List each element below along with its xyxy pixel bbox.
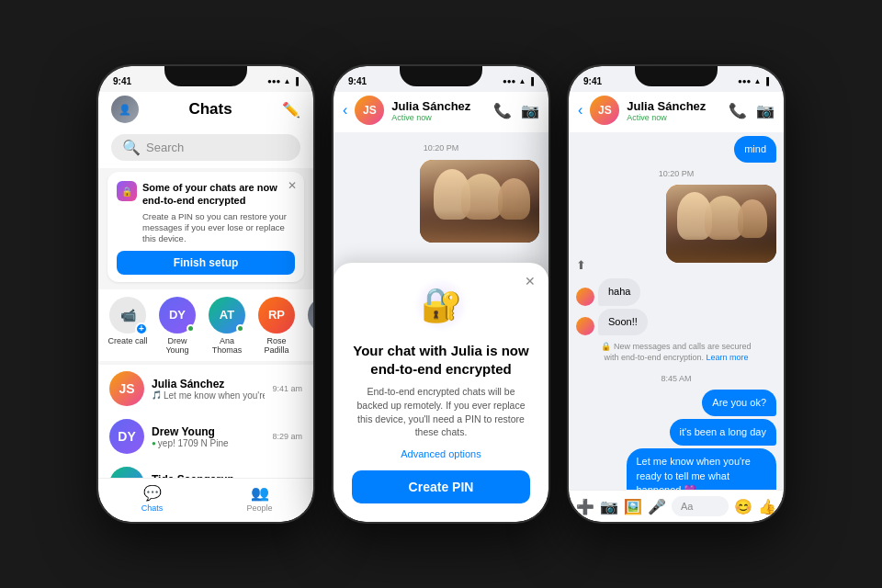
people-tab-label: People [246,503,272,513]
mic-input-icon[interactable]: 🎤 [648,498,666,515]
security-notice: 🔒 New messages and calls are secured wit… [576,338,776,367]
online-indicator [187,324,195,333]
rose-story-name: Rose Padilla [256,336,297,356]
banner-title: Some of your chats are now end-to-end en… [142,181,295,208]
story-create[interactable]: 📹 + Create call [107,297,148,356]
stories-row: 📹 + Create call DY Drew Young AT Ana Tho… [98,289,313,362]
signal-icon-3: ●●● [738,77,752,85]
story-rose[interactable]: RP Rose Padilla [256,297,297,356]
learn-more-link[interactable]: Learn more [707,353,749,362]
back-button-3[interactable]: ‹ [578,102,582,119]
banner-close-icon[interactable]: ✕ [288,179,297,192]
photo-msg-3 [666,185,776,263]
compose-icon[interactable]: ✏️ [282,101,300,119]
signal-icon-2: ●●● [503,77,516,85]
tab-chats[interactable]: 💬 Chats [98,484,206,513]
drew-avatar: DY [109,419,144,454]
msg-soon-row: Soon!! [576,309,776,335]
wifi-icon-2: ▲ [518,77,526,85]
story-drew[interactable]: DY Drew Young [157,297,198,356]
chats-tab-icon: 💬 [143,484,162,502]
julia-preview: 🎵 Let me know when you're... [152,390,265,401]
e2e-lock-icon: 🔐 [413,277,469,333]
search-bar: 🔍 Search [98,130,313,168]
chats-title: Chats [139,100,282,119]
phone-call-icon-2[interactable]: 📞 [493,102,512,119]
chat-item-drew[interactable]: DY Drew Young ● yep! 1709 N Pine 8:29 am [98,413,313,460]
video-call-icon-2[interactable]: 📷 [521,102,539,119]
phone-call-icon-3[interactable]: 📞 [729,102,747,119]
dialog-close-icon[interactable]: ✕ [525,274,536,288]
battery-icon-2: ▐ [528,77,534,85]
wifi-icon-3: ▲ [753,77,761,85]
julia-avatar-tiny-2 [576,317,594,335]
julia-avatar: JS [109,371,144,406]
search-icon: 🔍 [122,139,141,156]
julia-convo-avatar-2: JS [355,96,384,125]
photo-input-icon[interactable]: 🖼️ [624,498,642,515]
msg-haha: haha [598,278,640,305]
online-indicator-ana [236,324,244,333]
story-ana[interactable]: AT Ana Thomas [207,297,247,356]
tab-people[interactable]: 👥 People [206,484,313,513]
battery-icon: ▐ [293,77,299,85]
msg-areyouok-wrap: Are you ok? [576,390,776,416]
chats-tab-label: Chats [141,503,164,513]
camera-input-icon[interactable]: 📷 [600,498,618,515]
msg-longday-wrap: it's been a long day [576,419,776,446]
advanced-options-link[interactable]: Advanced options [352,448,530,459]
messages-area-3: mind 10:20 PM ⬆ haha [569,132,784,490]
msg-soon: Soon!! [598,309,648,335]
search-placeholder: Search [146,141,184,154]
like-input-icon[interactable]: 👍 [758,498,776,515]
convo-actions-2: 📞 📷 [493,102,539,119]
notch [164,66,247,86]
input-bar: ➕ 📷 🖼️ 🎤 Aa 😊 👍 [569,490,784,522]
msg-haha-row: haha [576,278,776,305]
people-tab-icon: 👥 [251,484,269,502]
julia-convo-info-3: Julia Sánchez Active now [627,99,721,122]
julia-avatar-tiny-1 [576,288,594,306]
story-alex[interactable]: AW Alex Walker [306,297,313,356]
plus-icon: + [135,322,148,335]
create-pin-button[interactable]: Create PIN [352,470,530,503]
chats-header: 👤 Chats ✏️ [98,92,313,130]
back-button-2[interactable]: ‹ [343,102,347,119]
banner-body: Create a PIN so you can restore your mes… [117,211,295,245]
message-input[interactable]: Aa [672,496,729,516]
julia-convo-name-2: Julia Sánchez [391,99,486,113]
plus-input-icon[interactable]: ➕ [576,498,594,515]
photo-message-wrap [343,160,539,243]
conversation-header-2: ‹ JS Julia Sánchez Active now 📞 📷 [334,92,548,132]
julia-active-status-2: Active now [391,113,486,122]
video-call-icon-3[interactable]: 📷 [756,102,775,119]
e2e-icon-wrap: 🔐 [352,277,530,333]
e2e-dialog-title: Your chat with Julia is now end-to-end e… [352,342,530,378]
chat-item-julia[interactable]: JS Julia Sánchez 🎵 Let me know when you'… [98,365,313,413]
search-input-wrap[interactable]: 🔍 Search [111,134,300,161]
julia-name: Julia Sánchez [152,378,265,390]
ts-1020pm: 10:20 PM [576,169,776,178]
tida-avatar: TS [109,467,144,478]
emoji-input-icon[interactable]: 😊 [734,498,752,515]
phone-e2e: 9:41 ●●● ▲ ▐ ‹ JS Julia Sánchez Active n… [332,64,550,524]
chat-item-tida[interactable]: TS Tida Saengarun Reacted 😊 to your mess… [98,460,313,478]
drew-story-avatar: DY [159,297,196,334]
e2e-dialog: ✕ 🔐 Your chat with Julia is now end-to-e… [334,263,548,522]
rose-story-avatar: RP [258,297,295,334]
status-icons-1: ●●● ▲ ▐ [267,77,299,85]
ana-story-avatar: AT [209,297,245,334]
battery-icon-3: ▐ [763,77,769,85]
julia-convo-info-2: Julia Sánchez Active now [391,99,486,122]
time-3: 9:41 [583,76,602,86]
phone-chats: 9:41 ●●● ▲ ▐ 👤 Chats ✏️ 🔍 Search ✕ 🔒 [96,64,315,524]
convo-actions-3: 📞 📷 [729,102,775,119]
msg-letmeknow: Let me know when you're ready to tell me… [627,448,777,490]
time-2: 9:41 [348,76,367,86]
bottom-tabs: 💬 Chats 👥 People [98,478,313,522]
finish-setup-button[interactable]: Finish setup [117,251,295,275]
video-camera-icon: 📹 [120,308,136,322]
phone-conversation: 9:41 ●●● ▲ ▐ ‹ JS Julia Sánchez Active n… [567,64,786,524]
user-avatar[interactable]: 👤 [111,96,139,123]
photo-message [420,160,539,243]
